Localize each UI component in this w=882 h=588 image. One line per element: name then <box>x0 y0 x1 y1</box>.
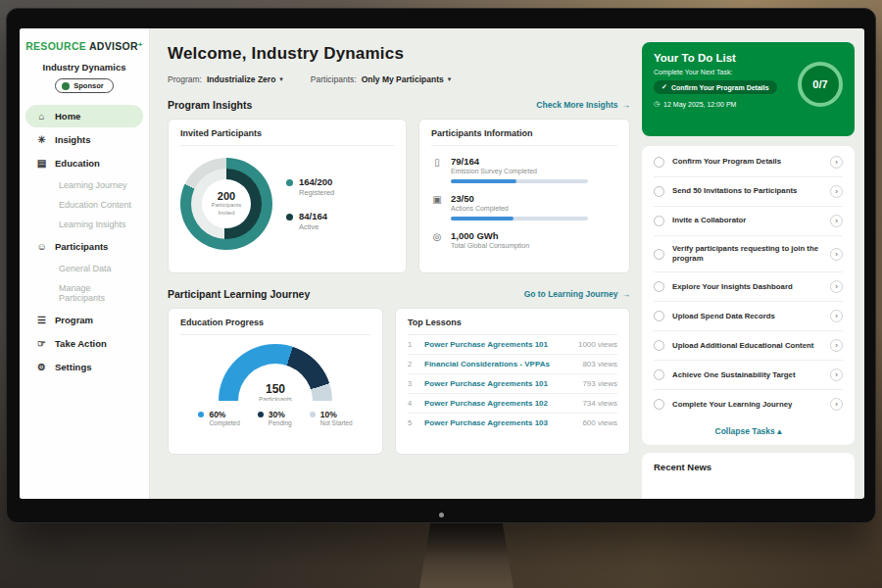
chevron-right-icon[interactable]: › <box>830 339 843 352</box>
lesson-row: 5 Power Purchase Agreements 103 600 view… <box>408 414 617 432</box>
sidebar-item-settings[interactable]: ⚙ Settings <box>25 356 143 378</box>
sidebar-item-insights[interactable]: ✳ Insights <box>25 128 143 151</box>
chevron-right-icon[interactable]: › <box>830 398 843 411</box>
task-row[interactable]: Explore Your Insights Dashboard › <box>654 272 843 302</box>
sidebar-item-education[interactable]: ▤ Education <box>25 152 143 174</box>
actions-icon: ▣ <box>431 194 443 205</box>
sponsor-badge[interactable]: Sponsor <box>55 78 113 93</box>
check-more-insights-link[interactable]: Check More Insights → <box>536 100 630 110</box>
chevron-right-icon[interactable]: › <box>830 368 843 381</box>
not-started-dot-icon <box>310 412 316 417</box>
education-icon: ▤ <box>35 158 48 169</box>
sidebar-item-take-action[interactable]: ☞ Take Action <box>25 332 143 355</box>
sidebar-item-label: Participants <box>55 241 108 252</box>
task-checkbox[interactable] <box>654 157 664 168</box>
task-checkbox[interactable] <box>654 340 664 351</box>
app-logo: RESOURCE ADVISOR+ <box>20 40 149 52</box>
take-action-icon: ☞ <box>35 338 48 349</box>
lesson-rank: 3 <box>408 379 416 388</box>
lesson-link[interactable]: Financial Considerations - VPPAs <box>424 360 574 368</box>
chevron-right-icon[interactable]: › <box>830 248 843 261</box>
program-filter-value: Industrialize Zero <box>207 74 275 84</box>
sidebar-item-learning-insights[interactable]: Learning Insights <box>25 215 143 234</box>
lesson-link[interactable]: Power Purchase Agreements 103 <box>424 418 574 427</box>
sidebar-item-participants[interactable]: ☺ Participants <box>25 235 143 258</box>
sidebar-item-learning-journey[interactable]: Learning Journey <box>25 175 143 195</box>
go-to-learning-journey-link[interactable]: Go to Learning Journey → <box>524 289 630 299</box>
invited-center-label: Participants Invited <box>207 202 246 217</box>
task-row[interactable]: Confirm Your Program Details › <box>654 148 843 177</box>
task-row[interactable]: Complete Your Learning Journey › <box>654 390 843 418</box>
gauge-card-title: Education Progress <box>180 318 370 335</box>
task-checkbox[interactable] <box>654 369 664 380</box>
invited-participants-card: Invited Participants 200 Participants In… <box>168 119 407 273</box>
task-checkbox[interactable] <box>654 399 664 410</box>
program-filter[interactable]: Program: Industrialize Zero ▾ <box>168 74 283 84</box>
invited-donut-chart: 200 Participants Invited <box>180 158 272 250</box>
lesson-row: 3 Power Purchase Agreements 101 793 view… <box>408 374 617 394</box>
collapse-tasks-label: Collapse Tasks <box>715 426 775 436</box>
legend-not-started: 10% Not Started <box>310 410 353 426</box>
chevron-right-icon[interactable]: › <box>830 310 843 322</box>
task-checkbox[interactable] <box>654 249 664 260</box>
chevron-right-icon[interactable]: › <box>830 215 843 227</box>
sidebar-item-label: Settings <box>55 362 91 372</box>
task-row[interactable]: Send 50 Invitations to Participants › <box>654 177 843 207</box>
not-started-label: Not Started <box>320 419 353 426</box>
completed-label: Completed <box>209 419 239 426</box>
participants-filter[interactable]: Participants: Only My Participants ▾ <box>311 74 451 84</box>
actions-label: Actions Completed <box>451 205 588 212</box>
sidebar-item-program[interactable]: ☰ Program <box>25 309 143 331</box>
active-dot-icon <box>286 214 293 220</box>
not-started-value: 10% <box>320 410 353 419</box>
lesson-link[interactable]: Power Purchase Agreements 102 <box>424 399 574 408</box>
page-title: Welcome, Industry Dynamics <box>168 44 630 64</box>
next-task-pill[interactable]: ✓ Confirm Your Program Details <box>654 80 777 94</box>
check-icon: ✓ <box>662 83 667 91</box>
task-row[interactable]: Achieve One Sustainability Target › <box>654 361 843 390</box>
completed-dot-icon <box>198 412 204 417</box>
todo-progress-ring: 0/7 <box>798 62 843 107</box>
sidebar-item-general-data[interactable]: General Data <box>25 259 143 278</box>
task-label: Invite a Collaborator <box>672 216 822 225</box>
task-row[interactable]: Verify participants requesting to join t… <box>654 236 843 272</box>
gauge-center-label: Participants <box>219 396 332 401</box>
todo-column: Your To Do List Complete Your Next Task:… <box>642 28 855 499</box>
location-icon: ◎ <box>431 231 443 242</box>
task-row[interactable]: Invite a Collaborator › <box>654 207 843 236</box>
pending-dot-icon <box>258 412 264 417</box>
sidebar: RESOURCE ADVISOR+ Industry Dynamics Spon… <box>20 28 150 499</box>
chevron-right-icon[interactable]: › <box>830 185 843 198</box>
task-row[interactable]: Upload Additional Educational Content › <box>654 331 843 361</box>
sidebar-item-manage-participants[interactable]: Manage Participants <box>25 278 143 308</box>
sidebar-item-home[interactable]: ⌂ Home <box>25 105 143 127</box>
arrow-right-icon: → <box>622 289 631 299</box>
top-lessons-card: Top Lessons 1 Power Purchase Agreements … <box>395 308 630 455</box>
sponsor-badge-label: Sponsor <box>74 81 103 90</box>
chevron-right-icon[interactable]: › <box>830 280 843 293</box>
sidebar-item-label: Education <box>55 158 100 169</box>
program-filter-label: Program: <box>168 74 202 84</box>
chevron-right-icon[interactable]: › <box>830 156 843 169</box>
lesson-link[interactable]: Power Purchase Agreements 101 <box>424 379 574 388</box>
lesson-row: 2 Financial Considerations - VPPAs 803 v… <box>408 355 617 374</box>
emission-progress-bar <box>451 179 588 183</box>
task-checkbox[interactable] <box>654 281 664 292</box>
task-label: Upload Additional Educational Content <box>672 341 822 351</box>
task-label: Explore Your Insights Dashboard <box>672 282 822 292</box>
task-checkbox[interactable] <box>654 216 664 226</box>
task-row[interactable]: Upload Spend Data Records › <box>654 302 843 331</box>
active-label: Active <box>299 222 327 231</box>
task-checkbox[interactable] <box>654 186 664 197</box>
consumption-label: Total Global Consumption <box>451 242 529 249</box>
collapse-tasks-link[interactable]: Collapse Tasks ▴ <box>654 418 843 441</box>
next-task-label: Confirm Your Program Details <box>671 84 769 91</box>
task-checkbox[interactable] <box>654 311 664 321</box>
education-progress-gauge: 150 Participants <box>219 344 332 401</box>
actions-progress-bar <box>451 217 588 220</box>
lesson-link[interactable]: Power Purchase Agreements 101 <box>424 340 570 349</box>
task-label: Upload Spend Data Records <box>672 312 822 321</box>
task-label: Send 50 Invitations to Participants <box>672 186 822 196</box>
sidebar-item-education-content[interactable]: Education Content <box>25 195 143 215</box>
device-icon: ▯ <box>431 157 443 168</box>
